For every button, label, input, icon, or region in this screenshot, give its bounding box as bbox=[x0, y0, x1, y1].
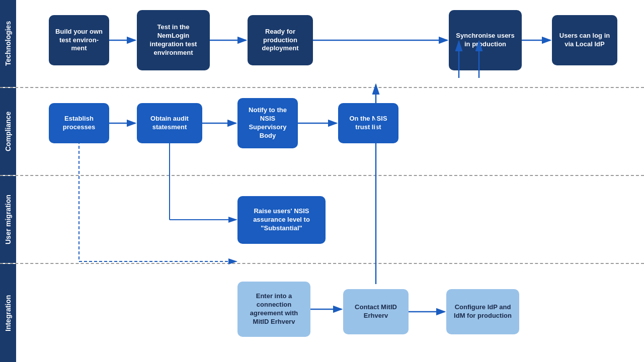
lane-content-compliance: Establish processes Obtain audit statesm… bbox=[16, 88, 644, 175]
diagram-container: Technologies Build your own test environ… bbox=[0, 0, 644, 362]
lane-label-integration: Integration bbox=[0, 264, 16, 362]
node-connection-agreement: Enter into a connection agreement with M… bbox=[237, 282, 310, 337]
tech-arrows bbox=[16, 0, 644, 87]
node-synchronise-users: Synchronise users in production bbox=[449, 10, 522, 70]
node-establish-processes: Establish processes bbox=[49, 103, 109, 143]
lane-content-user-migration: Raise users' NSIS assurance level to "Su… bbox=[16, 176, 644, 263]
node-ready-production: Ready for production deployment bbox=[248, 15, 313, 65]
lane-label-technologies: Technologies bbox=[0, 0, 16, 87]
lane-compliance: Compliance Establish processes Obtain au… bbox=[0, 88, 644, 176]
node-nsis-trust: On the NSIS trust list bbox=[338, 103, 398, 143]
lane-label-user-migration: User migration bbox=[0, 176, 16, 263]
lane-user-migration: User migration Raise users' NSIS assuran… bbox=[0, 176, 644, 264]
node-contact-mitid: Contact MitID Erhverv bbox=[343, 289, 409, 334]
node-test-nemlogin: Test in the NemLogin integration test en… bbox=[137, 10, 210, 70]
node-notify-nsis: Notify to the NSIS Supervisory Body bbox=[237, 98, 298, 148]
node-obtain-audit: Obtain audit statesment bbox=[137, 103, 202, 143]
lane-integration: Integration Enter into a connection agre… bbox=[0, 264, 644, 362]
node-build-env: Build your own test environ-ment bbox=[49, 15, 109, 65]
integration-arrows bbox=[16, 264, 644, 362]
lane-label-compliance: Compliance bbox=[0, 88, 16, 175]
node-raise-nsis: Raise users' NSIS assurance level to "Su… bbox=[237, 196, 326, 244]
lane-content-technologies: Build your own test environ-ment Test in… bbox=[16, 0, 644, 87]
lane-technologies: Technologies Build your own test environ… bbox=[0, 0, 644, 88]
node-configure-idp: Configure IdP and IdM for production bbox=[446, 289, 519, 334]
node-users-login: Users can log in via Local IdP bbox=[552, 15, 617, 65]
lane-content-integration: Enter into a connection agreement with M… bbox=[16, 264, 644, 362]
compliance-arrows bbox=[16, 88, 644, 175]
